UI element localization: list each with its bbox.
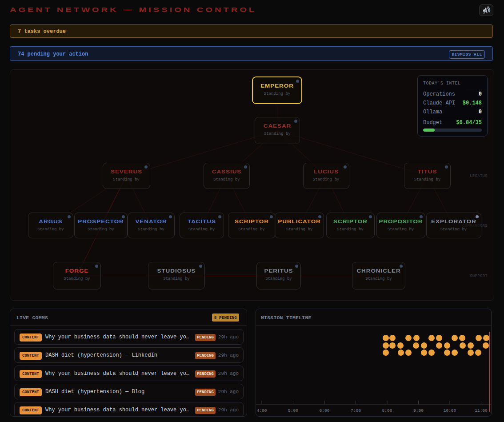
svg-text:4:00: 4:00: [257, 408, 267, 413]
svg-text:5:00: 5:00: [288, 408, 298, 413]
svg-text:8:00: 8:00: [382, 408, 392, 413]
svg-text:7:00: 7:00: [351, 408, 361, 413]
svg-text:10:00: 10:00: [444, 408, 456, 413]
svg-text:6:00: 6:00: [320, 408, 330, 413]
svg-text:11:00: 11:00: [475, 408, 488, 413]
svg-text:9:00: 9:00: [413, 408, 424, 413]
